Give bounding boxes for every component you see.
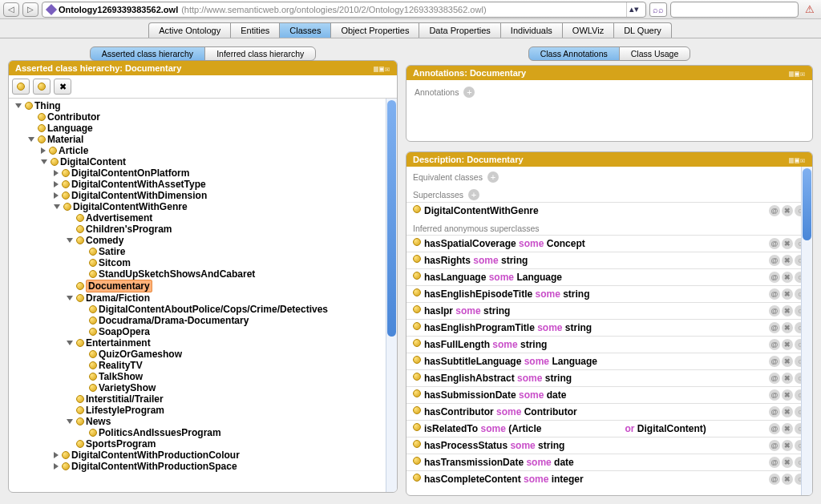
tree-node[interactable]: Advertisement (65, 212, 397, 224)
search-input[interactable] (670, 2, 799, 18)
row-action-button[interactable]: @ (769, 305, 780, 317)
row-action-button[interactable]: @ (769, 457, 780, 468)
row-action-button[interactable]: ✖ (782, 389, 793, 401)
inferred-row[interactable]: hasIpr some string @✖○ (406, 302, 812, 319)
inferred-row[interactable]: hasSubmissionDate some date @✖○ (406, 386, 812, 403)
inferred-row[interactable]: hasSpatialCoverage some Concept @✖○ (406, 235, 812, 252)
inferred-row[interactable]: hasEnglishEpisodeTitle some string @✖○ (406, 285, 812, 302)
tree-node[interactable]: Language (26, 123, 397, 134)
row-action-button[interactable]: ✖ (782, 272, 793, 283)
tree-node[interactable]: SportsProgram (65, 438, 397, 450)
disclosure-open-icon[interactable] (28, 137, 34, 142)
disclosure-open-icon[interactable] (67, 238, 73, 243)
tab-owlviz[interactable]: OWLViz (562, 22, 614, 38)
disclosure-closed-icon[interactable] (54, 452, 59, 458)
disclosure-open-icon[interactable] (15, 103, 22, 108)
row-action-button[interactable]: @ (769, 238, 780, 249)
tree-node[interactable]: DigitalContent (39, 156, 397, 167)
inferred-row[interactable]: hasEnglishAbstract some string @✖○ (406, 369, 812, 386)
inferred-row[interactable]: isRelatedTo some (Article or DigitalCont… (406, 420, 812, 437)
tree-node[interactable]: DigitalContentWithAssetType (52, 179, 397, 190)
row-action-button[interactable]: ✖ (782, 322, 793, 333)
row-action-button[interactable]: @ (769, 339, 780, 350)
tree-node[interactable]: Entertainment (65, 337, 397, 349)
add-sibling-button[interactable] (33, 79, 51, 95)
tree-node[interactable]: TalkShow (78, 371, 397, 382)
row-action-button[interactable]: @ (769, 474, 780, 485)
disclosure-closed-icon[interactable] (54, 170, 59, 176)
disclosure-open-icon[interactable] (54, 204, 60, 209)
tree-node[interactable]: Article (39, 145, 397, 156)
tree-node[interactable]: Interstitial/Trailer (65, 393, 397, 405)
find-button[interactable]: ⌕⌕ (649, 2, 667, 17)
disclosure-closed-icon[interactable] (54, 463, 59, 470)
tab-object-properties[interactable]: Object Properties (330, 22, 419, 38)
tree-node[interactable]: Documentary (65, 280, 397, 292)
add-button[interactable]: + (468, 189, 479, 200)
row-action-button[interactable]: ✖ (782, 205, 793, 216)
tree-node[interactable]: DigitalContentWithProductionColour (52, 450, 397, 461)
row-action-button[interactable]: ✖ (782, 440, 793, 451)
row-action-button[interactable]: @ (769, 205, 780, 216)
tree-node[interactable]: PoliticsAndIssuesProgram (78, 427, 397, 438)
inferred-row[interactable]: hasTransmissionDate some date @✖○ (406, 454, 812, 470)
row-action-button[interactable]: @ (769, 406, 780, 417)
tree-node[interactable]: Docudrama/Drama-Documentary (78, 315, 397, 326)
tree-node[interactable]: DigitalContentWithProductionSpace (52, 461, 397, 472)
iri-dropdown-button[interactable]: ▴▾ (626, 2, 641, 17)
add-subclass-button[interactable] (12, 79, 30, 95)
row-action-button[interactable]: ✖ (782, 305, 793, 317)
row-action-button[interactable]: @ (769, 288, 780, 300)
inferred-row[interactable]: hasCompleteContent some integer @✖○ (406, 470, 812, 487)
add-button[interactable]: + (487, 171, 499, 183)
inferred-row[interactable]: hasProcessStatus some string @✖○ (406, 437, 812, 454)
tree-node[interactable]: DigitalContentWithGenre (52, 201, 397, 212)
scrollbar[interactable] (386, 99, 397, 492)
panel-window-controls[interactable]: ▥▣☒ (374, 64, 390, 73)
inferred-row[interactable]: hasRights some string @✖○ (406, 252, 812, 268)
row-action-button[interactable]: ✖ (782, 373, 793, 384)
disclosure-closed-icon[interactable] (41, 147, 46, 154)
row-action-button[interactable]: @ (769, 255, 780, 266)
inferred-row[interactable]: hasSubtitleLanguage some Language @✖○ (406, 353, 812, 369)
row-action-button[interactable]: @ (769, 322, 780, 333)
row-action-button[interactable]: @ (769, 272, 780, 283)
row-action-button[interactable]: ✖ (782, 288, 793, 300)
row-action-button[interactable]: ✖ (782, 339, 793, 350)
tree-node[interactable]: SoapOpera (78, 326, 397, 337)
tab-data-properties[interactable]: Data Properties (419, 22, 500, 38)
row-action-button[interactable]: ✖ (782, 457, 793, 468)
tree-node[interactable]: DigitalContentOnPlatform (52, 167, 397, 179)
tree-node[interactable]: Sitcom (78, 257, 397, 268)
subtab-asserted-class-hierarchy[interactable]: Asserted class hierarchy (90, 46, 205, 61)
row-action-button[interactable]: @ (769, 356, 780, 367)
tree-node[interactable]: Thing (14, 100, 397, 111)
disclosure-open-icon[interactable] (67, 341, 73, 345)
tree-node[interactable]: Drama/Fiction (65, 292, 397, 304)
disclosure-open-icon[interactable] (67, 419, 73, 424)
tab-entities[interactable]: Entities (230, 22, 280, 38)
tab-dl-query[interactable]: DL Query (613, 22, 672, 38)
tree-node[interactable]: Material (26, 134, 397, 145)
inferred-row[interactable]: hasLanguage some Language @✖○ (406, 268, 812, 285)
scrollbar[interactable] (801, 167, 812, 495)
tab-classes[interactable]: Classes (279, 22, 331, 38)
row-action-button[interactable]: ✖ (782, 356, 793, 367)
nav-forward-button[interactable]: ▷ (22, 2, 38, 17)
row-action-button[interactable]: ✖ (782, 255, 793, 266)
disclosure-closed-icon[interactable] (54, 192, 59, 199)
inferred-row[interactable]: hasEnglishProgramTitle some string @✖○ (406, 319, 812, 336)
tree-node[interactable]: QuizOrGameshow (78, 349, 397, 360)
tree-node[interactable]: Satire (78, 246, 397, 257)
tab-active-ontology[interactable]: Active Ontology (148, 22, 231, 38)
row-action-button[interactable]: @ (769, 440, 780, 451)
tree-node[interactable]: Contributor (26, 111, 397, 123)
subtab-class-annotations[interactable]: Class Annotations (528, 46, 620, 61)
subtab-inferred-class-hierarchy[interactable]: Inferred class hierarchy (204, 46, 316, 61)
inferred-row[interactable]: hasFullLength some string @✖○ (406, 336, 812, 353)
hierarchy-tree[interactable]: ThingContributorLanguageMaterialArticleD… (9, 99, 397, 492)
row-action-button[interactable]: @ (769, 373, 780, 384)
tree-node[interactable]: News (65, 416, 397, 427)
delete-class-button[interactable]: ✖ (54, 79, 71, 95)
tree-node[interactable]: DigitalContentWithDimension (52, 190, 397, 201)
